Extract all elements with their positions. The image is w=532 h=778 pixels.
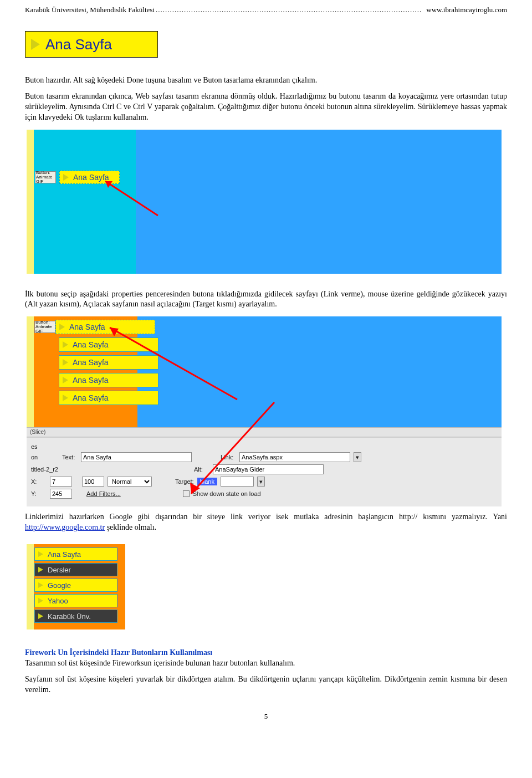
fireworks-canvas-2: Button: Animate GIF Ana Sayfa Ana Sayfa … bbox=[25, 316, 502, 506]
show-down-checkbox[interactable] bbox=[183, 490, 190, 497]
badge-bottom: GIF bbox=[36, 180, 55, 184]
google-link[interactable]: http://www.google.com.tr bbox=[25, 523, 105, 531]
paragraph-6: Sayfanın sol üst köşesine köşeleri yuvar… bbox=[25, 674, 507, 695]
big-button-label: Ana Sayfa bbox=[45, 36, 112, 53]
alt-input[interactable] bbox=[213, 464, 324, 474]
nav-button-1[interactable]: Ana Sayfa bbox=[59, 337, 158, 352]
play-triangle-icon bbox=[38, 582, 43, 588]
menu-screenshot: Ana Sayfa Dersler Google Yahoo Karabük Ü… bbox=[25, 544, 125, 629]
badge-top: Button: Animate bbox=[36, 171, 55, 180]
slice-bar: (Slice) bbox=[27, 427, 502, 437]
canvas-button-ana-sayfa[interactable]: Ana Sayfa bbox=[59, 171, 120, 184]
menu-item-ana-sayfa[interactable]: Ana Sayfa bbox=[34, 547, 117, 561]
play-triangle-icon bbox=[31, 39, 40, 50]
nav-button-3[interactable]: Ana Sayfa bbox=[59, 373, 158, 387]
menu-item-karabuk[interactable]: Karabük Ünv. bbox=[34, 610, 117, 623]
page-number: 5 bbox=[25, 712, 507, 721]
play-triangle-icon bbox=[63, 341, 68, 348]
chevron-down-icon[interactable]: ▾ bbox=[354, 452, 361, 462]
paragraph-4: Linklerimizi hazırlarken Google gibi dış… bbox=[25, 512, 507, 533]
alt-label: Alt: bbox=[194, 466, 209, 473]
ana-sayfa-big-button: Ana Sayfa bbox=[25, 31, 158, 58]
play-triangle-icon bbox=[63, 174, 69, 181]
fireworks-canvas-2-wrap: Button: Animate GIF Ana Sayfa Ana Sayfa … bbox=[25, 316, 507, 506]
play-triangle-icon bbox=[63, 359, 68, 366]
play-triangle-icon bbox=[63, 395, 68, 401]
play-triangle-icon bbox=[63, 377, 68, 383]
big-button-screenshot: Ana Sayfa bbox=[25, 31, 158, 58]
play-triangle-icon bbox=[38, 598, 43, 603]
text-input[interactable] bbox=[81, 452, 192, 462]
add-filters-link[interactable]: Add Filters... bbox=[86, 490, 121, 497]
section-title: Firework Un İçerisindeki Hazır Butonları… bbox=[25, 648, 507, 657]
nav-button-4[interactable]: Ana Sayfa bbox=[59, 391, 158, 405]
paragraph-1: Buton hazırdır. Alt sağ köşedeki Done tu… bbox=[25, 75, 507, 86]
paragraph-3: İlk butonu seçip aşağıdaki properties pe… bbox=[25, 289, 507, 310]
x-label: X: bbox=[31, 478, 47, 485]
x-input[interactable] bbox=[50, 477, 72, 487]
paragraph-5: Tasarımın sol üst köşesinde Fireworksun … bbox=[25, 658, 507, 669]
header-right: www.ibrahimcayiroglu.com bbox=[426, 6, 507, 14]
nav-button-label: Ana Sayfa bbox=[69, 323, 105, 331]
nav-button-0[interactable]: Ana Sayfa bbox=[55, 320, 155, 334]
play-triangle-icon bbox=[59, 324, 65, 330]
chevron-down-icon[interactable]: ▾ bbox=[257, 477, 265, 487]
paragraph-2: Buton tasarım ekranından çıkınca, Web sa… bbox=[25, 91, 507, 123]
y-input[interactable] bbox=[50, 489, 72, 499]
header-left: Karabük Üniversitesi, Mühendislik Fakült… bbox=[25, 6, 155, 14]
target-label: Target: bbox=[175, 478, 194, 485]
blend-mode-select[interactable]: Normal bbox=[108, 477, 152, 487]
menu-item-yahoo[interactable]: Yahoo bbox=[34, 594, 117, 607]
svg-line-0 bbox=[105, 181, 158, 216]
button-type-badge: Button: Animate GIF bbox=[35, 171, 56, 183]
link-label: Link: bbox=[221, 454, 236, 460]
fireworks-canvas-1: Button: Animate GIF Ana Sayfa bbox=[25, 130, 502, 274]
menu-item-dersler[interactable]: Dersler bbox=[34, 563, 117, 576]
canvas-button-label: Ana Sayfa bbox=[73, 173, 109, 182]
text-label: Text: bbox=[62, 454, 78, 460]
props-on: on bbox=[31, 454, 59, 460]
menu-item-google[interactable]: Google bbox=[34, 579, 117, 592]
props-titled: titled-2_r2 bbox=[31, 466, 59, 473]
props-es: es bbox=[31, 443, 38, 450]
target-value-highlight[interactable]: blank bbox=[197, 478, 217, 485]
play-triangle-icon bbox=[38, 551, 43, 557]
link-input[interactable] bbox=[239, 452, 350, 462]
properties-panel: es on Text: Link: ▾ titled-2_r2 Alt: X: … bbox=[27, 437, 502, 506]
show-down-label: Show down state on load bbox=[193, 490, 261, 497]
page-header: Karabük Üniversitesi, Mühendislik Fakült… bbox=[25, 6, 507, 14]
y-label: Y: bbox=[31, 490, 47, 497]
num100-input[interactable] bbox=[82, 477, 104, 487]
button-type-badge-2: Button: Animate GIF bbox=[34, 321, 55, 333]
header-dots: ........................................… bbox=[155, 6, 426, 14]
nav-button-2[interactable]: Ana Sayfa bbox=[59, 355, 158, 370]
play-triangle-icon bbox=[38, 567, 43, 572]
play-triangle-icon bbox=[38, 613, 43, 619]
